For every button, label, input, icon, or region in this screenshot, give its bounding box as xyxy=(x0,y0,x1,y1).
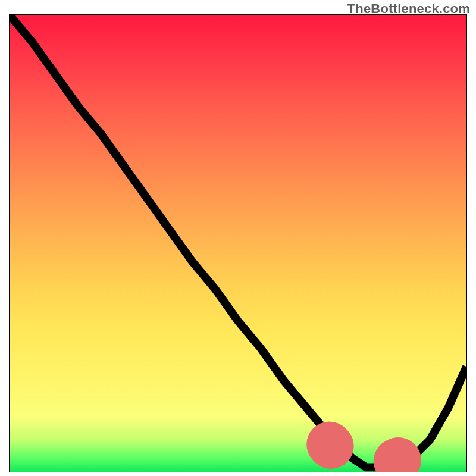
optimal-zone-dotted xyxy=(330,444,421,467)
curve-svg xyxy=(10,15,466,472)
main-curve-path xyxy=(10,15,466,467)
chart-container: TheBottleneck.com xyxy=(0,0,476,476)
plot-area xyxy=(9,14,467,472)
watermark-text: TheBottleneck.com xyxy=(347,1,470,17)
